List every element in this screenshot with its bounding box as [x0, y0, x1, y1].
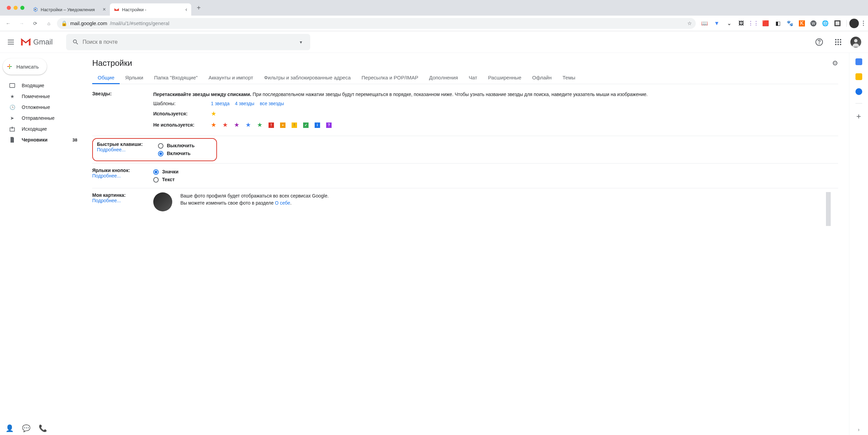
search-box[interactable]: ▾ — [66, 34, 310, 50]
new-tab-button[interactable]: + — [194, 3, 203, 13]
extension-icon[interactable]: ⋮⋮ — [750, 20, 757, 27]
marker-orange-arrows-icon[interactable]: » — [280, 122, 285, 128]
window-maximize[interactable] — [20, 6, 24, 10]
preset-4-stars[interactable]: 4 звезды — [235, 100, 254, 107]
preset-all-stars[interactable]: все звезды — [260, 100, 284, 107]
gear-icon[interactable]: ⚙ — [832, 59, 838, 67]
shortcuts-row: Быстрые клавиши: Подробнее... Выключить … — [92, 136, 838, 164]
shortcuts-on-option[interactable]: Включить — [158, 150, 212, 157]
tab-inbox[interactable]: Папка "Входящие" — [149, 72, 203, 84]
extension-icon[interactable]: 🐾 — [787, 20, 793, 27]
sidebar-item-starred[interactable]: ★ Помеченные — [0, 91, 87, 102]
tab-close-icon[interactable]: ‹ — [185, 6, 187, 13]
marker-red-exclamation-icon[interactable]: ! — [269, 122, 274, 128]
star-red-icon[interactable]: ★ — [222, 120, 228, 130]
preset-1-star[interactable]: 1 звезда — [211, 100, 230, 107]
button-labels-icons-option[interactable]: Значки — [153, 168, 838, 175]
hangouts-icon[interactable]: 💬 — [22, 424, 31, 432]
about-link[interactable]: О себе — [275, 200, 290, 206]
in-use-stars: ★ — [211, 109, 216, 118]
marker-purple-question-icon[interactable]: ? — [326, 122, 332, 128]
bookmark-star-icon[interactable]: ☆ — [687, 20, 692, 26]
sidebar-item-snoozed[interactable]: 🕒 Отложенные — [0, 102, 87, 113]
templates-label: Шаблоны: — [153, 100, 201, 107]
lock-icon: 🔒 — [61, 20, 67, 26]
marker-blue-info-icon[interactable]: i — [315, 122, 320, 128]
phone-icon[interactable]: 📞 — [39, 424, 47, 432]
tab-forwarding[interactable]: Пересылка и POP/IMAP — [356, 72, 423, 84]
tab-addons[interactable]: Дополнения — [424, 72, 463, 84]
marker-yellow-exclamation-icon[interactable]: ! — [292, 122, 297, 128]
extension-icon[interactable]: 🔲 — [834, 20, 841, 27]
scrollbar-thumb[interactable] — [826, 192, 831, 226]
browser-profile-avatar[interactable] — [849, 19, 859, 28]
extension-icon[interactable]: 🖼 — [738, 20, 745, 27]
tab-close-icon[interactable]: × — [103, 6, 106, 13]
main-menu-button[interactable] — [3, 34, 19, 50]
extension-icon[interactable]: 🌐 — [822, 20, 829, 27]
account-avatar[interactable] — [850, 37, 861, 48]
compose-button[interactable]: + Написать — [3, 58, 47, 75]
extension-icon[interactable]: W — [810, 20, 816, 26]
calendar-addon-icon[interactable] — [855, 58, 862, 65]
star-orange-icon[interactable]: ★ — [211, 120, 216, 130]
tab-themes[interactable]: Темы — [557, 72, 581, 84]
sidebar-item-sent[interactable]: ➤ Отправленные — [0, 113, 87, 124]
side-panel: + › — [849, 53, 868, 435]
stars-row: Звезды: Перетаскивайте звезды между спис… — [92, 87, 838, 136]
search-options-icon[interactable]: ▾ — [294, 39, 308, 45]
star-blue-icon[interactable]: ★ — [245, 120, 251, 130]
tab-offline[interactable]: Офлайн — [527, 72, 557, 84]
person-icon[interactable]: 👤 — [5, 424, 14, 432]
browser-tab-1[interactable]: Настройки - ‹ — [110, 3, 191, 16]
tab-chat[interactable]: Чат — [463, 72, 483, 84]
my-picture-more-link[interactable]: Подробнее... — [92, 198, 153, 203]
window-minimize[interactable] — [14, 6, 18, 10]
search-icon[interactable] — [69, 39, 82, 45]
sidebar-item-outbox[interactable]: Исходящие — [0, 124, 87, 134]
tab-advanced[interactable]: Расширенные — [482, 72, 527, 84]
shortcuts-off-option[interactable]: Выключить — [158, 142, 212, 149]
extension-icon[interactable]: ◧ — [774, 20, 781, 27]
tab-filters[interactable]: Фильтры и заблокированные адреса — [259, 72, 356, 84]
sidebar-item-drafts[interactable]: Черновики 38 — [0, 134, 87, 145]
star-yellow-icon[interactable]: ★ — [211, 109, 216, 118]
window-close[interactable] — [7, 6, 11, 10]
marker-green-check-icon[interactable]: ✓ — [303, 122, 309, 128]
tasks-addon-icon[interactable] — [855, 88, 862, 95]
not-in-use-label: Не используется: — [153, 121, 201, 129]
nav-label: Черновики — [22, 137, 66, 143]
tab-general[interactable]: Общие — [92, 72, 120, 84]
browser-menu-icon[interactable] — [862, 19, 865, 27]
back-button[interactable]: ← — [3, 18, 14, 29]
get-addons-icon[interactable]: + — [856, 112, 861, 121]
svg-point-0 — [35, 9, 36, 10]
button-labels-more-link[interactable]: Подробнее... — [92, 173, 153, 178]
home-button[interactable]: ⌂ — [43, 18, 54, 29]
search-input[interactable] — [82, 39, 294, 45]
address-bar[interactable]: 🔒 mail.google.com/mail/u/1/#settings/gen… — [57, 18, 696, 29]
shortcuts-more-link[interactable]: Подробнее... — [97, 147, 158, 152]
my-picture-row: Моя картинка: Подробнее... Ваше фото про… — [92, 188, 838, 215]
reload-button[interactable]: ⟳ — [30, 18, 41, 29]
extension-icon[interactable]: ▼ — [713, 20, 720, 27]
reader-icon[interactable]: 📖 — [701, 20, 708, 27]
help-icon[interactable] — [812, 35, 826, 49]
extension-icon[interactable]: K — [799, 20, 805, 26]
apps-icon[interactable] — [831, 35, 845, 49]
sidebar-item-inbox[interactable]: Входящие — [0, 80, 87, 91]
star-green-icon[interactable]: ★ — [257, 120, 262, 130]
keep-addon-icon[interactable] — [855, 73, 862, 80]
side-panel-chevron-icon[interactable]: › — [855, 424, 862, 435]
button-labels-text-option[interactable]: Текст — [153, 176, 838, 183]
radio-icon — [158, 143, 163, 149]
tab-labels[interactable]: Ярлыки — [120, 72, 149, 84]
forward-button[interactable]: → — [16, 18, 27, 29]
star-purple-icon[interactable]: ★ — [234, 120, 239, 130]
pocket-icon[interactable]: ⌄ — [726, 20, 732, 27]
tab-accounts[interactable]: Аккаунты и импорт — [203, 72, 259, 84]
browser-tab-0[interactable]: Настройки – Уведомления × — [28, 3, 110, 16]
gmail-logo[interactable]: Gmail — [19, 38, 53, 46]
extension-icon[interactable]: 🟥 — [762, 20, 769, 27]
content-scrollbar[interactable] — [826, 104, 831, 246]
